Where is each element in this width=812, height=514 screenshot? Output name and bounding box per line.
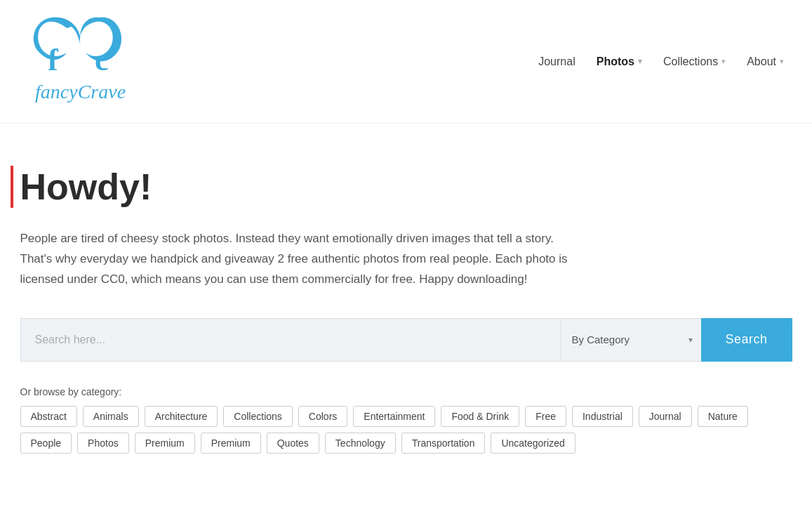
browse-label: Or browse by category: <box>20 386 792 397</box>
main-nav: Journal Photos ▾ Collections ▾ About ▾ <box>538 55 784 68</box>
tag-industrial[interactable]: Industrial <box>572 406 633 427</box>
svg-text:f: f <box>48 43 59 77</box>
about-chevron-icon: ▾ <box>780 57 784 66</box>
hero-title: Howdy! <box>11 166 792 208</box>
tag-journal[interactable]: Journal <box>639 406 692 427</box>
tag-people[interactable]: People <box>20 433 72 454</box>
browse-section: Or browse by category: Abstract Animals … <box>20 383 792 454</box>
svg-text:fancyCrave: fancyCrave <box>35 81 126 103</box>
category-select-wrapper: By Category Abstract Animals Architectur… <box>561 318 701 362</box>
collections-chevron-icon: ▾ <box>721 57 726 66</box>
search-input[interactable] <box>20 318 561 362</box>
nav-photos[interactable]: Photos ▾ <box>597 55 642 68</box>
category-select[interactable]: By Category Abstract Animals Architectur… <box>561 318 701 362</box>
tag-colors[interactable]: Colors <box>298 406 347 427</box>
tag-free[interactable]: Free <box>525 406 566 427</box>
tag-nature[interactable]: Nature <box>698 406 748 427</box>
tag-entertainment[interactable]: Entertainment <box>353 406 435 427</box>
tag-premium-1[interactable]: Premium <box>135 433 195 454</box>
category-tags: Abstract Animals Architecture Collection… <box>20 406 792 454</box>
main-content: Howdy! People are tired of cheesy stock … <box>20 124 792 482</box>
site-header: f c fancyCrave Journal Photos ▾ Collecti… <box>0 0 812 124</box>
svg-text:c: c <box>95 43 109 77</box>
hero-description: People are tired of cheesy stock photos.… <box>20 229 589 290</box>
logo[interactable]: f c fancyCrave <box>28 7 175 116</box>
tag-uncategorized[interactable]: Uncategorized <box>491 433 575 454</box>
tag-abstract[interactable]: Abstract <box>20 406 77 427</box>
tag-food-drink[interactable]: Food & Drink <box>441 406 519 427</box>
tag-animals[interactable]: Animals <box>83 406 139 427</box>
nav-journal[interactable]: Journal <box>538 55 575 68</box>
tag-collections[interactable]: Collections <box>223 406 292 427</box>
nav-collections[interactable]: Collections ▾ <box>663 55 726 68</box>
search-button[interactable]: Search <box>701 318 792 362</box>
tag-premium-2[interactable]: Premium <box>201 433 261 454</box>
nav-about[interactable]: About ▾ <box>747 55 784 68</box>
photos-chevron-icon: ▾ <box>638 57 642 66</box>
logo-svg: f c fancyCrave <box>28 7 175 116</box>
tag-technology[interactable]: Technology <box>325 433 396 454</box>
tag-architecture[interactable]: Architecture <box>145 406 218 427</box>
tag-quotes[interactable]: Quotes <box>267 433 319 454</box>
tag-transportation[interactable]: Transportation <box>401 433 486 454</box>
search-bar: By Category Abstract Animals Architectur… <box>20 318 792 362</box>
tag-photos[interactable]: Photos <box>77 433 129 454</box>
